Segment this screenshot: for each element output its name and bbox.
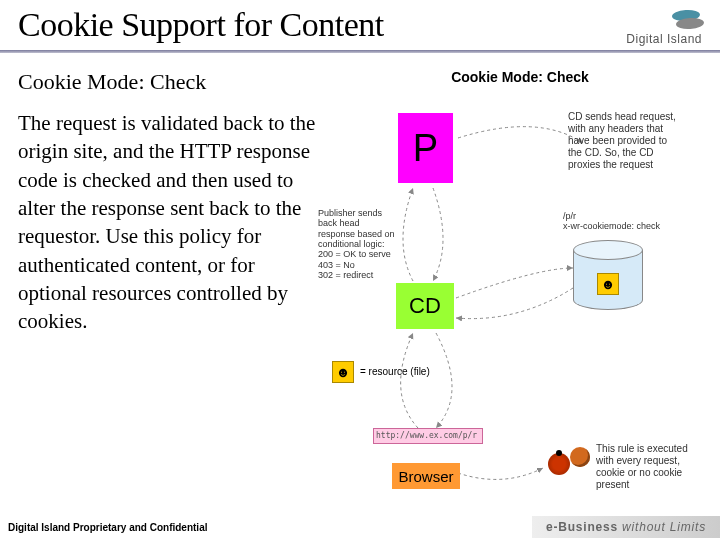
diagram: P CD Browser ☻ CD sends head request, wi… xyxy=(338,93,688,493)
footer-confidential: Digital Island Proprietary and Confident… xyxy=(8,522,207,533)
storage-cylinder: ☻ xyxy=(573,238,643,313)
cd-node: CD xyxy=(396,283,454,329)
path-label: /p/r x-wr-cookiemode: check xyxy=(563,211,673,232)
body-text: The request is validated back to the ori… xyxy=(18,109,328,336)
url-bar: http://www.ex.com/p/r xyxy=(373,428,483,444)
logo-icon xyxy=(672,10,702,30)
top-note: CD sends head request, with any headers … xyxy=(568,111,678,171)
legend-text: = resource (file) xyxy=(360,366,430,377)
logo-text: Digital Island xyxy=(626,32,702,46)
subtitle: Cookie Mode: Check xyxy=(18,69,328,95)
footer-tagline-bold: e-Business xyxy=(546,520,622,534)
page-title: Cookie Support for Content xyxy=(18,6,384,44)
cookie-icon xyxy=(570,447,590,467)
diagram-title: Cookie Mode: Check xyxy=(338,69,702,85)
smiley-icon: ☻ xyxy=(597,273,619,295)
bug-icon xyxy=(548,453,570,475)
publisher-response-note: Publisher sends back head response based… xyxy=(318,208,396,280)
rule-note: This rule is executed with every request… xyxy=(596,443,696,491)
publisher-node: P xyxy=(398,113,453,183)
legend-smiley-icon: ☻ xyxy=(332,361,354,383)
footer-tagline: e-Business without Limits xyxy=(532,516,720,538)
footer-tagline-italic: without Limits xyxy=(622,520,706,534)
logo: Digital Island xyxy=(626,10,702,46)
browser-node: Browser xyxy=(392,463,460,489)
header-divider xyxy=(0,50,720,53)
